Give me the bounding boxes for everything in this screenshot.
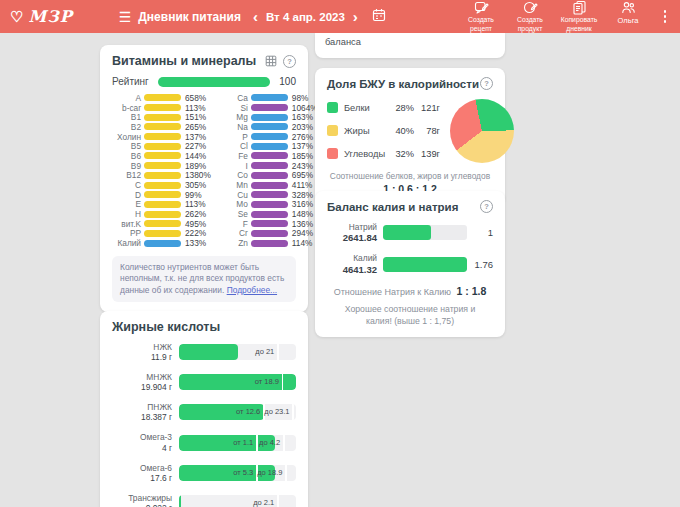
create-product-button[interactable]: Создать продукт (507, 0, 554, 33)
table-view-icon[interactable] (265, 55, 277, 67)
page-title: Дневник питания (138, 10, 241, 24)
nutrient-row: C305% (112, 180, 211, 190)
nutrient-label: Mg (219, 112, 251, 122)
nutrient-value: 137% (288, 141, 313, 151)
fatty-acid-row: МНЖК19.904 гот 18.9 (112, 372, 296, 392)
help-icon[interactable]: ? (283, 55, 296, 68)
bju-pie-chart (450, 99, 514, 163)
vitamins-card: Витамины и минералы ? Рейтинг 100 A658%b… (100, 45, 308, 312)
nutrient-label: Калий (112, 238, 144, 248)
copy-diary-icon (572, 0, 587, 15)
nutrient-row: P276% (219, 132, 318, 142)
nutrient-row: Zn114% (219, 238, 318, 248)
more-menu-icon[interactable] (656, 6, 675, 27)
nutrient-label: вит.K (112, 219, 144, 229)
nutrient-bar (251, 211, 288, 218)
app-logo[interactable]: ♡ МЗР (10, 7, 73, 26)
threshold-label: от 1.1 (233, 435, 256, 451)
bju-caption: Соотношение белков, жиров и углеводов (327, 171, 493, 181)
prev-day-button[interactable]: ‹ (249, 9, 262, 24)
legend-swatch (327, 148, 338, 159)
copy-diary-button[interactable]: Копировать дневник (556, 0, 603, 33)
threshold-tick (283, 435, 285, 451)
threshold-label: от 5.3 (233, 465, 256, 481)
nutrient-label: H (112, 209, 144, 219)
nutrient-row: E113% (112, 200, 211, 210)
balance-ratio-number: 1 (467, 227, 493, 238)
nutrient-bar (251, 162, 288, 169)
balance-track (383, 257, 467, 272)
nutrient-value: 658% (181, 93, 206, 103)
nutrient-row: H262% (112, 209, 211, 219)
nutrient-bar (144, 172, 181, 179)
user-icon (621, 0, 636, 15)
next-day-button[interactable]: › (349, 9, 362, 24)
nutrient-label: B6 (112, 151, 144, 161)
create-recipe-button[interactable]: Создать рецепт (458, 0, 505, 33)
fatty-acid-row: ПНЖК18.387 гот 12.6до 23.1 (112, 402, 296, 422)
nutrient-row: Cr294% (219, 229, 318, 239)
nutrient-value: 189% (181, 161, 206, 171)
nutrient-row: B121380% (112, 171, 211, 181)
current-date[interactable]: Вт 4 апр. 2023 (266, 11, 345, 23)
threshold-tick (285, 465, 287, 481)
bju-card: Доля БЖУ в калорийности ? Белки28%121гЖи… (315, 68, 505, 205)
threshold-tick (277, 344, 279, 360)
threshold-label: до 4.2 (259, 435, 283, 451)
nutrient-label: C (112, 180, 144, 190)
balance-fill (383, 257, 467, 272)
nutrient-value: 265% (181, 122, 206, 132)
nutrient-label: B5 (112, 141, 144, 151)
scrolled-card-fragment: баланса (315, 33, 505, 58)
calendar-icon[interactable] (372, 8, 386, 26)
fatty-acid-name: ПНЖК (112, 402, 172, 412)
nutrient-bar (144, 104, 181, 111)
nutrient-label: Mo (219, 199, 251, 209)
nutrient-row: Mg163% (219, 112, 318, 122)
nutrient-label: b-car (112, 103, 144, 113)
help-icon[interactable]: ? (480, 200, 493, 213)
threshold-tick (282, 374, 284, 390)
date-navigation: ‹ Вт 4 апр. 2023 › (249, 9, 362, 24)
more-details-link[interactable]: Подробнее... (227, 285, 277, 295)
help-icon[interactable]: ? (480, 77, 493, 90)
fatty-acid-label: Омега-617.6 г (112, 463, 179, 483)
nutrient-label: P (219, 132, 251, 142)
nutrient-value: 262% (181, 209, 206, 219)
nutrient-label: B12 (112, 170, 144, 180)
nutrient-label: Cr (219, 228, 251, 238)
threshold-label: от 12.6 (236, 404, 263, 420)
fatty-acid-row: Трансжиры0.022 гдо 2.1 (112, 493, 296, 507)
balance-track (383, 225, 467, 240)
nutrient-bar (144, 133, 181, 140)
nutrient-value: 148% (288, 209, 313, 219)
fatty-acid-track: от 5.3до 18.9 (179, 465, 296, 481)
fatty-acid-row: НЖК11.9 гдо 21 (112, 342, 296, 362)
nutrient-bar (251, 182, 288, 189)
mineral-amount: 4641.32 (327, 264, 377, 275)
nutrient-row: Ca98% (219, 93, 318, 103)
nutrient-bar (251, 172, 288, 179)
nutrient-value: 185% (288, 151, 313, 161)
nutrient-bar (251, 152, 288, 159)
nutrient-value: 294% (288, 228, 313, 238)
balance-fill (383, 225, 431, 240)
nutrient-row: Калий133% (112, 238, 211, 248)
nutrient-value: 695% (288, 170, 313, 180)
nutrient-bar (251, 104, 288, 111)
threshold-label: от 18.9 (255, 374, 282, 390)
nutrient-value: 411% (288, 180, 313, 190)
threshold-label: до 2.1 (253, 495, 277, 507)
hamburger-menu-icon[interactable]: ☰ (119, 10, 132, 24)
nutrient-row: F136% (219, 219, 318, 229)
nutrient-row: Co695% (219, 171, 318, 181)
nutrient-value: 113% (181, 199, 206, 209)
rating-label: Рейтинг (112, 76, 158, 87)
user-menu-button[interactable]: Ольга (605, 0, 652, 25)
legend-row: Белки28%121г (327, 102, 440, 113)
nutrient-row: B5227% (112, 141, 211, 151)
nutrient-value: 243% (288, 161, 313, 171)
nutrient-label: I (219, 161, 251, 171)
legend-label: Углеводы (344, 149, 390, 159)
header-actions: Создать рецептСоздать продуктКопировать … (458, 0, 652, 33)
